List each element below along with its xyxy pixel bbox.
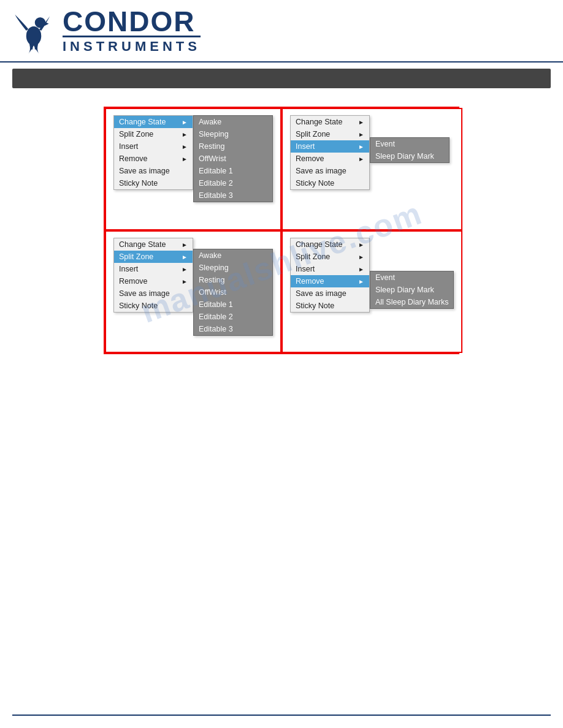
submenu-item-sleeping-1[interactable]: Sleeping	[194, 128, 272, 140]
arrow-icon: ►	[358, 241, 364, 248]
menu-item-save-1[interactable]: Save as image	[114, 165, 193, 177]
arrow-icon: ►	[358, 131, 364, 138]
menu-item-remove-3[interactable]: Remove ►	[114, 275, 193, 287]
submenu-item-editable3-1[interactable]: Editable 3	[194, 189, 272, 202]
menu-item-save-2[interactable]: Save as image	[291, 165, 369, 177]
submenu-item-resting-3[interactable]: Resting	[194, 274, 272, 286]
submenu-4[interactable]: Event Sleep Diary Mark All Sleep Diary M…	[370, 271, 454, 309]
arrow-icon: ►	[182, 143, 188, 150]
menu-row-4: Change State ► Split Zone ► Insert ► Rem…	[290, 238, 454, 313]
menu-item-remove-2[interactable]: Remove ►	[291, 153, 369, 165]
page-header: CONDOR INSTRUMENTS	[0, 0, 563, 63]
arrow-icon: ►	[358, 156, 364, 162]
submenu-2[interactable]: Event Sleep Diary Mark	[370, 137, 450, 163]
menu-cell-3: Change State ► Split Zone ► Insert ► Rem…	[105, 230, 282, 353]
menu-item-change-state-2[interactable]: Change State ►	[291, 116, 369, 128]
submenu-item-editable3-3[interactable]: Editable 3	[194, 323, 272, 335]
menu-item-remove-4[interactable]: Remove ►	[291, 275, 369, 287]
submenu-item-sleeping-3[interactable]: Sleeping	[194, 262, 272, 274]
submenu-item-all-sleep-diary-4[interactable]: All Sleep Diary Marks	[370, 296, 453, 308]
submenu-item-editable1-1[interactable]: Editable 1	[194, 165, 272, 177]
context-menu-2[interactable]: Change State ► Split Zone ► Insert ► Rem…	[290, 115, 370, 190]
arrow-icon: ►	[358, 119, 364, 126]
submenu-item-editable1-3[interactable]: Editable 1	[194, 298, 272, 311]
submenu-item-sleep-diary-4[interactable]: Sleep Diary Mark	[370, 284, 453, 296]
arrow-icon: ►	[182, 156, 188, 162]
brand-tagline: INSTRUMENTS	[63, 39, 201, 55]
nav-bar	[12, 69, 551, 88]
menu-item-save-3[interactable]: Save as image	[114, 287, 193, 300]
submenu-3[interactable]: Awake Sleeping Resting OffWrist Editable…	[193, 249, 273, 336]
menu-item-insert-2[interactable]: Insert ►	[291, 140, 369, 153]
svg-rect-4	[35, 44, 37, 50]
menu-item-sticky-2[interactable]: Sticky Note	[291, 177, 369, 189]
menu-cell-1: Change State ► Split Zone ► Insert ► Rem…	[105, 108, 282, 230]
menu-grid: Change State ► Split Zone ► Insert ► Rem…	[104, 107, 459, 354]
menu-item-insert-4[interactable]: Insert ►	[291, 263, 369, 275]
eagle-icon	[12, 6, 55, 55]
submenu-item-awake-3[interactable]: Awake	[194, 249, 272, 262]
arrow-icon: ►	[182, 254, 188, 260]
menu-item-change-state-1[interactable]: Change State ►	[114, 116, 193, 128]
submenu-item-offwrist-1[interactable]: OffWrist	[194, 153, 272, 165]
context-menu-3[interactable]: Change State ► Split Zone ► Insert ► Rem…	[113, 238, 193, 313]
brand-text: CONDOR INSTRUMENTS	[63, 7, 201, 55]
menu-item-insert-3[interactable]: Insert ►	[114, 263, 193, 275]
menu-item-change-state-3[interactable]: Change State ►	[114, 238, 193, 251]
arrow-icon: ►	[358, 266, 364, 273]
bottom-rule	[12, 715, 551, 716]
arrow-icon: ►	[182, 241, 188, 248]
submenu-1[interactable]: Awake Sleeping Resting OffWrist Editable…	[193, 115, 273, 202]
menu-row-2: Change State ► Split Zone ► Insert ► Rem…	[290, 115, 454, 190]
submenu-item-offwrist-3[interactable]: OffWrist	[194, 286, 272, 298]
submenu-item-resting-1[interactable]: Resting	[194, 140, 272, 153]
menu-item-sticky-4[interactable]: Sticky Note	[291, 300, 369, 312]
logo-area: CONDOR INSTRUMENTS	[12, 6, 201, 55]
submenu-item-awake-1[interactable]: Awake	[194, 116, 272, 128]
arrow-icon: ►	[358, 143, 364, 150]
arrow-icon: ►	[182, 119, 188, 126]
menu-cell-4: Change State ► Split Zone ► Insert ► Rem…	[282, 230, 462, 353]
menu-item-save-4[interactable]: Save as image	[291, 287, 369, 300]
arrow-icon: ►	[182, 278, 188, 285]
main-content: Change State ► Split Zone ► Insert ► Rem…	[0, 88, 563, 373]
arrow-icon: ►	[182, 131, 188, 138]
menu-item-remove-1[interactable]: Remove ►	[114, 153, 193, 165]
submenu-item-editable2-1[interactable]: Editable 2	[194, 177, 272, 189]
svg-point-0	[26, 26, 42, 46]
context-menu-1[interactable]: Change State ► Split Zone ► Insert ► Rem…	[113, 115, 193, 190]
arrow-icon: ►	[358, 254, 364, 260]
arrow-icon: ►	[182, 266, 188, 273]
submenu-item-editable2-3[interactable]: Editable 2	[194, 311, 272, 323]
menu-item-sticky-3[interactable]: Sticky Note	[114, 300, 193, 312]
menu-row-3: Change State ► Split Zone ► Insert ► Rem…	[113, 238, 273, 336]
svg-rect-3	[31, 44, 33, 50]
menu-row-1: Change State ► Split Zone ► Insert ► Rem…	[113, 115, 273, 202]
menu-cell-2: Change State ► Split Zone ► Insert ► Rem…	[282, 108, 462, 230]
menu-item-split-zone-1[interactable]: Split Zone ►	[114, 128, 193, 140]
context-menu-4[interactable]: Change State ► Split Zone ► Insert ► Rem…	[290, 238, 370, 313]
submenu-item-event-2[interactable]: Event	[370, 138, 449, 150]
menu-item-sticky-1[interactable]: Sticky Note	[114, 177, 193, 189]
menu-item-split-zone-2[interactable]: Split Zone ►	[291, 128, 369, 140]
menu-item-split-zone-3[interactable]: Split Zone ►	[114, 251, 193, 263]
arrow-icon: ►	[358, 278, 364, 285]
brand-name: CONDOR	[63, 7, 201, 37]
menu-item-split-zone-4[interactable]: Split Zone ►	[291, 251, 369, 263]
menu-item-change-state-4[interactable]: Change State ►	[291, 238, 369, 251]
submenu-item-event-4[interactable]: Event	[370, 271, 453, 284]
menu-item-insert-1[interactable]: Insert ►	[114, 140, 193, 153]
submenu-item-sleep-diary-2[interactable]: Sleep Diary Mark	[370, 150, 449, 162]
